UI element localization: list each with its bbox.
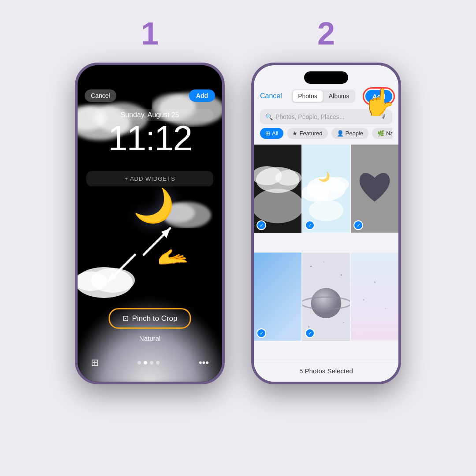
check-badge-3: ✓ bbox=[353, 220, 363, 230]
filter-bar: ⊞ All ★ Featured 👤 People 🌿 Nature bbox=[260, 128, 392, 139]
dot-1 bbox=[138, 361, 141, 364]
check-badge-2: ✓ bbox=[305, 220, 315, 230]
phone-2: Cancel Photos Albums Add 👆 🔍 Photos, bbox=[251, 63, 401, 384]
photo-cell-4[interactable]: ✓ bbox=[254, 253, 301, 341]
cancel-button-1[interactable]: Cancel bbox=[85, 89, 116, 102]
main-container: 1 bbox=[0, 0, 476, 476]
svg-point-21 bbox=[302, 184, 329, 201]
step-1-number: 1 bbox=[141, 18, 159, 49]
photo-cell-5[interactable]: ✓ bbox=[302, 253, 350, 341]
filter-nature-label: Nature bbox=[386, 130, 392, 137]
photo-blue-img bbox=[254, 253, 301, 341]
pinch-to-crop-button[interactable]: ⊡ Pinch to Crop bbox=[109, 308, 191, 329]
dot-navigation bbox=[138, 361, 160, 364]
leaf-icon: 🌿 bbox=[377, 130, 384, 137]
filter-all-label: All bbox=[272, 130, 278, 137]
heart-badge-6: ♡ bbox=[353, 328, 363, 338]
natural-label: Natural bbox=[78, 335, 222, 342]
photos-albums-tabs: Photos Albums bbox=[292, 89, 355, 103]
photos-selected-bar: 5 Photos Selected bbox=[254, 360, 398, 382]
phone-1: Cancel Add Sunday, August 25 11:12 + ADD… bbox=[75, 63, 225, 384]
photos-selected-count: 5 Photos Selected bbox=[299, 367, 353, 375]
phone1-topbar: Cancel Add bbox=[85, 89, 215, 102]
dot-3 bbox=[150, 361, 153, 364]
search-placeholder: Photos, People, Places... bbox=[275, 113, 344, 120]
svg-point-28 bbox=[310, 266, 312, 267]
dynamic-island-2 bbox=[304, 71, 348, 84]
add-button-1[interactable]: Add bbox=[189, 89, 215, 102]
photo-cell-6[interactable]: ✦ ✦ ✦ ♡ bbox=[351, 253, 398, 341]
albums-tab[interactable]: Albums bbox=[324, 90, 355, 102]
photo-light-img: ✦ ✦ ✦ bbox=[351, 253, 398, 341]
photo-planet-img bbox=[302, 253, 350, 341]
svg-text:✦: ✦ bbox=[362, 298, 365, 302]
svg-text:✦: ✦ bbox=[384, 307, 387, 310]
add-widgets-bar[interactable]: + ADD WIDGETS bbox=[86, 171, 213, 186]
svg-text:🌙: 🌙 bbox=[318, 171, 330, 182]
pinch-crop-label: Pinch to Crop bbox=[132, 314, 178, 323]
dot-4 bbox=[156, 361, 160, 364]
hand-cursor-1: 🫴 bbox=[157, 242, 189, 271]
svg-point-29 bbox=[341, 274, 342, 275]
svg-point-33 bbox=[311, 288, 342, 318]
filter-all[interactable]: ⊞ All bbox=[260, 128, 283, 139]
filter-people[interactable]: 👤 People bbox=[331, 128, 368, 139]
crop-icon: ⊡ bbox=[123, 314, 129, 323]
lock-screen: Cancel Add Sunday, August 25 11:12 + ADD… bbox=[78, 65, 222, 382]
dynamic-island-1 bbox=[128, 71, 172, 84]
svg-point-23 bbox=[309, 200, 344, 221]
svg-point-30 bbox=[324, 261, 324, 262]
lock-time: 11:12 bbox=[78, 118, 222, 159]
person-icon: 👤 bbox=[337, 130, 344, 137]
filter-people-label: People bbox=[346, 130, 363, 137]
step-2: 2 Cancel Photos Albums Add bbox=[251, 18, 401, 384]
photo-dark-clouds-img bbox=[254, 145, 301, 233]
filter-nature[interactable]: 🌿 Nature bbox=[372, 128, 392, 139]
svg-point-17 bbox=[275, 170, 301, 186]
check-badge-4: ✓ bbox=[257, 328, 266, 338]
photo-grid: ✓ 🌙 ✓ bbox=[254, 145, 398, 360]
photos-tab[interactable]: Photos bbox=[293, 90, 323, 102]
photo-cell-3[interactable]: ✓ bbox=[351, 145, 398, 233]
photo-light-clouds-img: 🌙 bbox=[302, 145, 350, 233]
photo-cell-2[interactable]: 🌙 ✓ bbox=[302, 145, 350, 233]
more-options-icon[interactable]: ••• bbox=[199, 357, 209, 368]
star-icon: ★ bbox=[292, 130, 298, 137]
filter-featured-label: Featured bbox=[299, 130, 322, 137]
check-badge-1: ✓ bbox=[257, 220, 266, 230]
svg-point-18 bbox=[254, 189, 301, 223]
svg-point-32 bbox=[343, 322, 344, 323]
cursor-hand-2: 👆 bbox=[363, 86, 396, 118]
photo-picker-screen: Cancel Photos Albums Add 👆 🔍 Photos, bbox=[254, 65, 398, 382]
svg-rect-35 bbox=[351, 253, 398, 340]
svg-point-31 bbox=[308, 326, 309, 327]
bottom-bar-1: ⊞ ••• bbox=[78, 357, 222, 368]
check-badge-5: ✓ bbox=[305, 328, 315, 338]
dot-2 bbox=[144, 361, 147, 364]
photo-cell-1[interactable]: ✓ bbox=[254, 145, 301, 233]
grid-apps-icon[interactable]: ⊞ bbox=[91, 357, 99, 368]
step-1: 1 bbox=[75, 18, 225, 384]
step-2-number: 2 bbox=[317, 18, 335, 49]
filter-featured[interactable]: ★ Featured bbox=[287, 128, 327, 139]
svg-text:✦: ✦ bbox=[373, 280, 376, 285]
search-icon: 🔍 bbox=[265, 113, 273, 120]
svg-rect-26 bbox=[254, 253, 301, 340]
grid-icon: ⊞ bbox=[265, 130, 270, 137]
photo-heart-img bbox=[351, 145, 398, 233]
cancel-button-2[interactable]: Cancel bbox=[260, 92, 282, 100]
